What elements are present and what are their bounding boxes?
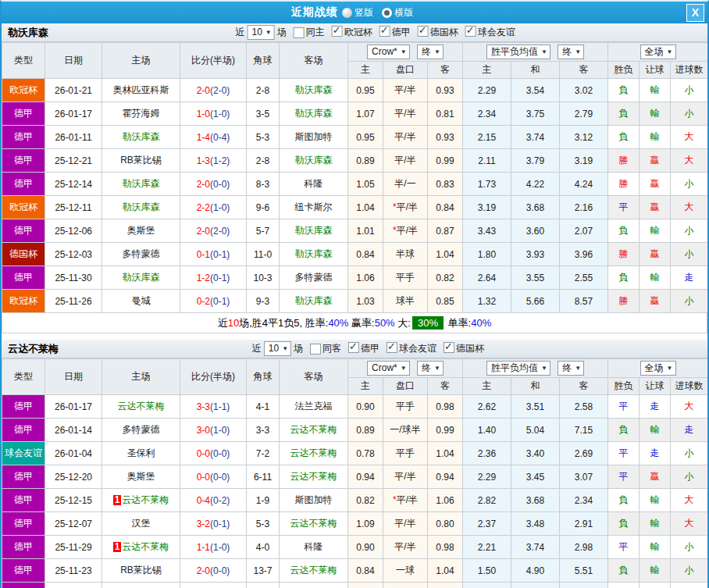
result-group-header: 全场▼: [608, 359, 708, 378]
mean-draw: 4.22: [511, 173, 560, 196]
mean-home: 2.11: [463, 149, 511, 173]
vertical-layout-label[interactable]: 竖版: [354, 7, 373, 18]
same-venue-label[interactable]: 同主: [306, 26, 325, 39]
away-team: 科隆: [280, 173, 348, 196]
match-type-badge: 德甲: [2, 465, 45, 489]
close-button[interactable]: X: [686, 4, 704, 22]
recent-count-select[interactable]: 10▼: [247, 25, 274, 40]
league-checkbox[interactable]: [444, 342, 454, 353]
league-checkbox[interactable]: [418, 26, 429, 37]
match-type-badge: 德甲: [2, 219, 45, 243]
result-outcome: 平: [608, 465, 640, 489]
odds-home: 0.84: [348, 559, 383, 583]
summary-segment: 近: [218, 317, 228, 329]
record-summary: 近10场,胜4平1负5, 胜率:40% 赢率:50% 大:30% 单率:40%: [2, 313, 707, 333]
match-date: 25-11-26: [45, 290, 102, 313]
same-venue-checkbox[interactable]: [310, 344, 321, 355]
match-row: 德甲25-12-151云达不莱梅0-4(0-2)1-9斯图加特0.82*平/半1…: [2, 489, 708, 512]
mean-odds-select[interactable]: 胜平负均值▼: [486, 45, 550, 59]
same-venue-checkbox[interactable]: [294, 27, 305, 38]
same-venue-label[interactable]: 同客: [322, 342, 341, 355]
away-team-name: 勒沃库森: [295, 155, 333, 166]
result-goals: 小: [671, 219, 708, 243]
league-checkbox[interactable]: [348, 342, 359, 353]
home-team: 勒沃库森: [102, 173, 180, 196]
home-team: RB莱比锡: [102, 149, 180, 173]
col-result-goals: 进球数: [671, 378, 708, 395]
mean-odds-select[interactable]: 胜平负均值▼: [486, 361, 550, 376]
home-team-name: 奥斯堡: [127, 471, 155, 482]
chevron-down-icon: ▼: [401, 48, 407, 55]
full-time-score: 0-0: [197, 448, 210, 459]
odds-away: 0.85: [428, 290, 463, 313]
league-checkbox[interactable]: [379, 26, 390, 37]
league-label[interactable]: 德甲: [361, 343, 379, 354]
league-label[interactable]: 德甲: [392, 27, 411, 37]
handicap-line: 平/半: [383, 149, 428, 173]
match-row: 德甲26-01-17云达不莱梅3-3(1-1)4-1法兰克福0.90平手0.98…: [2, 395, 708, 419]
odds-group-header: Crow*▼ 终▼: [348, 43, 463, 62]
handicap-line: 平/半: [383, 465, 428, 489]
odds-away: 0.99: [428, 149, 463, 173]
mean-draw: 3.54: [511, 79, 560, 102]
league-checkbox[interactable]: [387, 342, 397, 353]
league-label[interactable]: 球会友谊: [399, 343, 436, 354]
match-score: 1-0(1-0): [180, 102, 247, 126]
handicap-line: *平/半: [383, 219, 428, 243]
mean-away: 3.07: [560, 465, 608, 489]
odds-final-select[interactable]: 终▼: [417, 45, 444, 59]
result-outcome: 負: [608, 512, 640, 536]
rank-badge: 1: [113, 542, 122, 552]
full-match-select[interactable]: 全场▼: [640, 361, 676, 376]
match-date: 25-12-14: [45, 173, 102, 196]
league-checkbox[interactable]: [465, 26, 476, 37]
away-team-name: 云达不莱梅: [290, 518, 337, 529]
league-label[interactable]: 德国杯: [430, 27, 458, 37]
match-type-badge: 德国杯: [2, 243, 45, 266]
league-checkbox[interactable]: [332, 26, 343, 37]
col-odds-away: 客: [428, 378, 463, 395]
odds-away: 0.82: [428, 266, 463, 290]
full-match-select[interactable]: 全场▼: [640, 45, 676, 59]
odds-home: 0.94: [348, 465, 383, 489]
recent-count-select[interactable]: 10▼: [264, 341, 291, 356]
result-goals: 小: [671, 243, 708, 266]
mean-final-select[interactable]: 终▼: [558, 45, 584, 59]
chevron-down-icon: ▼: [282, 345, 288, 352]
result-handicap: 輸: [640, 536, 671, 559]
odds-home: 1.01: [348, 219, 383, 243]
mean-away: 3.96: [560, 243, 608, 266]
handicap-line: 球半: [383, 290, 428, 313]
odds-final-select[interactable]: 终▼: [417, 361, 444, 376]
full-time-score: 2-0: [197, 565, 210, 576]
mean-home: 2.62: [463, 395, 511, 419]
horizontal-layout-label[interactable]: 横版: [394, 7, 413, 18]
mean-away: 2.34: [560, 489, 608, 512]
odds-group-header: Crow*▼ 终▼: [348, 359, 463, 378]
matches-label: 场: [294, 342, 303, 355]
mean-final-select[interactable]: 终▼: [558, 361, 584, 376]
result-goals: 走: [671, 583, 708, 588]
home-team-name: 圣保利: [127, 447, 155, 458]
home-team: 奥林匹亚科斯: [102, 79, 180, 102]
home-team: RB莱比锡: [102, 559, 180, 583]
league-label[interactable]: 球会友谊: [478, 27, 515, 37]
league-label[interactable]: 欧冠杯: [344, 27, 372, 37]
match-type-badge: 德甲: [2, 395, 45, 419]
odds-company-select[interactable]: Crow*▼: [367, 361, 410, 376]
home-team: 奥斯堡: [102, 465, 180, 489]
horizontal-layout-radio[interactable]: [382, 8, 392, 18]
vertical-layout-radio[interactable]: [342, 8, 352, 18]
summary-segment: 场,胜4平1负5, 胜率:: [239, 317, 328, 329]
odds-company-select[interactable]: Crow*▼: [367, 45, 410, 59]
league-label[interactable]: 德国杯: [456, 343, 484, 354]
result-outcome: 勝: [608, 149, 640, 173]
rank-badge: 1: [113, 495, 122, 505]
result-goals: 小: [671, 79, 708, 102]
mean-home: 3.43: [463, 219, 511, 243]
full-time-score: 1-4: [197, 132, 210, 143]
corner-count: 2-8: [247, 149, 280, 173]
mean-draw: 3.74: [511, 126, 560, 149]
result-goals: 小: [671, 536, 708, 559]
odds-home: 1.06: [348, 266, 383, 290]
